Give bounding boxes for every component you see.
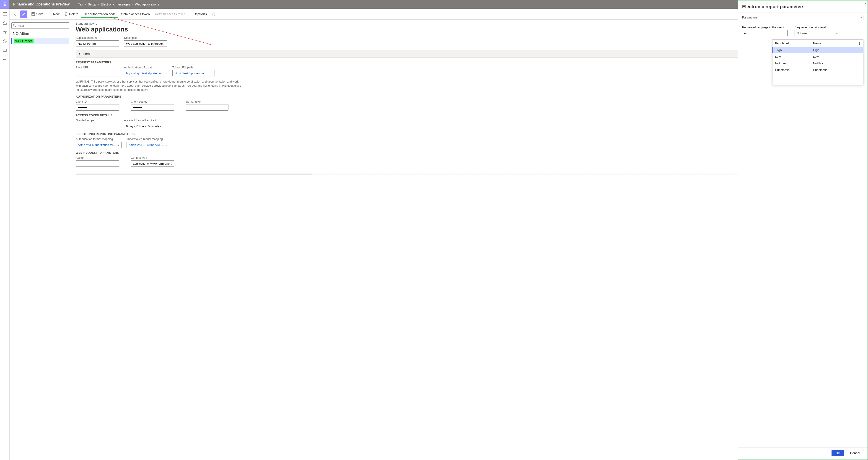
breadcrumb: Tax› Setup› Electronic messages› Web app… (74, 2, 163, 6)
list-group-heading: NO Altinn (11, 29, 69, 38)
dialog-title: Electronic report parameters (738, 0, 868, 12)
application-name-input[interactable] (76, 40, 119, 47)
server-token-input[interactable] (186, 104, 228, 111)
search-icon (13, 24, 16, 28)
svg-rect-0 (3, 2, 3, 3)
field-label: Requested security level (795, 26, 840, 29)
dropdown-option[interactable]: HighHigh (773, 47, 863, 53)
chevron-down-icon: ⌄ (165, 143, 168, 147)
svg-rect-8 (5, 5, 6, 6)
expire-input[interactable] (124, 123, 167, 129)
list-item[interactable]: NO ID-Porten (11, 38, 69, 44)
requested-security-level-select[interactable]: Not use⌄ (795, 30, 840, 36)
back-button[interactable] (12, 11, 18, 17)
field-label: Authorization URL path (124, 66, 167, 69)
requested-language-input[interactable] (742, 30, 788, 36)
field-label: Granted scope (76, 119, 119, 122)
history-icon[interactable] (2, 39, 7, 44)
search-button[interactable] (210, 11, 217, 17)
star-icon[interactable] (2, 30, 7, 35)
svg-rect-7 (4, 5, 5, 6)
modules-icon[interactable] (2, 57, 7, 62)
dropdown-col-label[interactable]: Item label (773, 40, 811, 47)
chevron-down-icon: ⌄ (117, 143, 120, 147)
more-icon[interactable]: ⋮ (849, 40, 863, 47)
breadcrumb-item[interactable]: Electronic messages (101, 2, 130, 6)
trash-icon (64, 12, 68, 16)
svg-rect-6 (3, 5, 3, 6)
dropdown-option[interactable]: LowLow (773, 53, 863, 60)
svg-rect-4 (4, 4, 5, 5)
get-authorization-code-button[interactable]: Get authorization code (81, 11, 118, 18)
breadcrumb-item[interactable]: Setup (88, 2, 96, 6)
field-label: Content type (131, 156, 174, 159)
granted-scope-input[interactable] (76, 123, 119, 129)
electronic-report-parameters-dialog: ? Electronic report parameters Parameter… (738, 0, 868, 460)
field-label: Base URL (76, 66, 119, 69)
hamburger-icon[interactable] (2, 11, 7, 17)
svg-rect-3 (3, 4, 3, 5)
field-label: Description (124, 36, 167, 39)
warning-text: WARNING: Third party services or other s… (76, 80, 242, 92)
import-token-combo[interactable]: Altinn VAT ...Altinn VAT ...⌄ (127, 142, 170, 148)
chevron-right-icon: › (98, 2, 99, 6)
security-level-dropdown: Item label Name ⋮ HighHigh LowLow Not us… (772, 39, 863, 85)
chevron-right-icon: › (85, 2, 86, 6)
breadcrumb-item[interactable]: Web applications (135, 2, 159, 6)
help-icon[interactable]: ? (864, 2, 866, 6)
collapse-button[interactable] (858, 14, 863, 20)
field-label: Client secret (131, 100, 174, 103)
field-label: Import token model mapping (127, 137, 170, 141)
auth-format-combo[interactable]: Altinn VAT authorization for...⌄ (76, 142, 122, 148)
home-icon[interactable] (2, 21, 7, 26)
description-input[interactable] (124, 40, 167, 47)
svg-rect-2 (5, 2, 6, 3)
cancel-button[interactable]: Cancel (846, 450, 864, 456)
auth-url-input[interactable] (124, 70, 167, 76)
dropdown-col-name[interactable]: Name (811, 40, 849, 47)
workspaces-icon[interactable] (2, 48, 7, 53)
options-button[interactable]: Options (193, 11, 209, 17)
chevron-right-icon: › (132, 2, 133, 6)
accept-input[interactable] (76, 160, 119, 167)
save-button[interactable]: Save (29, 11, 46, 17)
edit-button[interactable] (20, 10, 27, 18)
base-url-input[interactable] (76, 70, 119, 76)
breadcrumb-item[interactable]: Tax (78, 2, 83, 6)
left-rail (0, 9, 9, 460)
svg-line-28 (15, 26, 16, 27)
svg-point-25 (212, 13, 214, 15)
app-launcher[interactable] (0, 0, 9, 9)
svg-rect-13 (3, 49, 6, 52)
separator (190, 11, 190, 17)
svg-rect-22 (32, 12, 34, 13)
svg-rect-1 (4, 2, 5, 3)
field-label: Access token will expire in (124, 119, 167, 122)
content-type-input[interactable] (131, 160, 174, 167)
save-icon (31, 12, 35, 16)
ok-button[interactable]: OK (832, 450, 844, 456)
field-label: Application name (76, 36, 119, 39)
token-url-input[interactable] (173, 70, 215, 76)
chevron-down-icon: ⌄ (836, 31, 838, 35)
dropdown-option[interactable]: SubstantialSubstantial (773, 67, 863, 73)
filter-input[interactable] (11, 22, 69, 29)
refresh-access-token-button: Refresh access token (153, 11, 188, 17)
client-secret-input[interactable] (131, 104, 174, 111)
svg-line-26 (214, 15, 215, 16)
plus-icon (49, 12, 52, 16)
new-button[interactable]: New (46, 11, 62, 17)
field-label: Client ID (76, 100, 119, 103)
field-label: Token URL path (173, 66, 215, 69)
field-label: Accept (76, 156, 119, 159)
app-title: Finance and Operations Preview (9, 0, 74, 9)
svg-rect-5 (5, 4, 6, 5)
client-id-input[interactable] (76, 104, 119, 111)
svg-rect-21 (32, 12, 35, 16)
field-label: Requested language in the user i... (742, 26, 788, 29)
field-label: Server token (186, 100, 228, 103)
dropdown-option[interactable]: Not useNotUse (773, 60, 863, 67)
chevron-down-icon: ⌄ (95, 22, 98, 25)
obtain-access-token-button[interactable]: Obtain access token (119, 11, 152, 17)
delete-button[interactable]: Delete (62, 11, 81, 17)
